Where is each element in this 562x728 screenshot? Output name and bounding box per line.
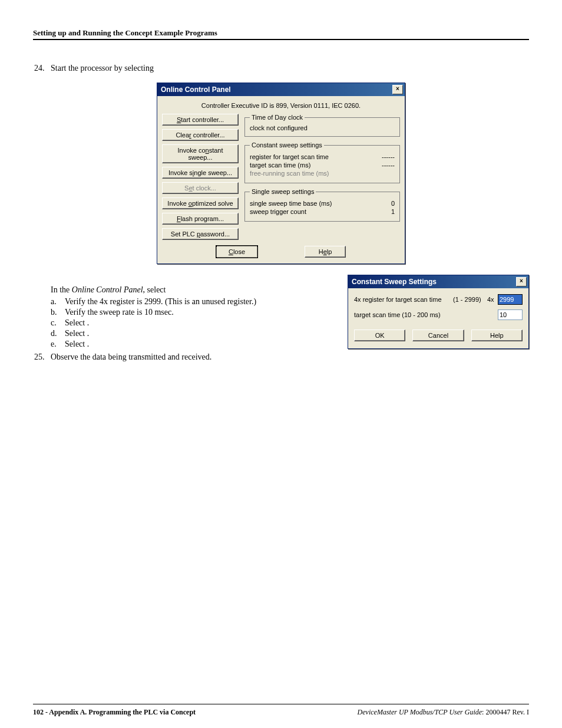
- constant-sweep-group: Constant sweep settings register for tar…: [244, 141, 400, 183]
- dialog-title: Constant Sweep Settings: [352, 278, 437, 286]
- help-button[interactable]: Help: [471, 330, 523, 341]
- start-controller-button[interactable]: Start controller...: [162, 114, 239, 126]
- set-plc-password-button[interactable]: Set PLC password...: [162, 228, 239, 240]
- step-24: 24. Start the processor by selecting: [34, 64, 529, 73]
- step-text: Observe the data being transmitted and r…: [51, 353, 336, 362]
- field-prefix: 4x: [487, 296, 498, 303]
- sub-letter: c.: [51, 318, 65, 328]
- step-number: 25.: [34, 353, 51, 362]
- sub-letter: b.: [51, 308, 65, 317]
- field-label: 4x register for target scan time: [354, 296, 453, 303]
- time-of-day-group: Time of Day clock clock not configured: [244, 114, 400, 137]
- label: target scan time (ms): [250, 162, 371, 169]
- footer-right: DeviceMaster UP Modbus/TCP User Guide: 2…: [358, 708, 529, 717]
- field-label: target scan time (10 - 200 ms): [354, 311, 453, 318]
- field-range: (1 - 2999): [453, 296, 487, 303]
- value: 1: [371, 208, 395, 215]
- sub-text: Select .: [65, 318, 300, 328]
- sub-text: Verify the sweep rate is 10 msec.: [65, 308, 300, 317]
- single-sweep-group: Single sweep settings single sweep time …: [244, 188, 400, 222]
- label: single sweep time base (ms): [250, 200, 371, 207]
- clock-status: clock not configured: [250, 124, 395, 131]
- step-number: 24.: [34, 64, 51, 73]
- sub-text: Select .: [65, 340, 300, 349]
- group-legend: Time of Day clock: [250, 114, 305, 121]
- group-legend: Single sweep settings: [250, 188, 316, 195]
- dialog-title-bar: Constant Sweep Settings ×: [348, 275, 528, 288]
- label: register for target scan time: [250, 153, 371, 160]
- close-icon[interactable]: ×: [516, 277, 527, 286]
- cancel-button[interactable]: Cancel: [412, 330, 464, 341]
- footer-left: 102 - Appendix A. Programming the PLC vi…: [33, 708, 196, 717]
- sub-letter: a.: [51, 297, 65, 307]
- sub-letter: e.: [51, 340, 65, 349]
- constant-sweep-settings-dialog: Constant Sweep Settings × 4x register fo…: [348, 275, 529, 349]
- set-clock-button: Set clock...: [162, 182, 239, 194]
- ok-button[interactable]: OK: [354, 330, 405, 341]
- controller-id-text: Controller Executive ID is 899, Version …: [162, 102, 400, 109]
- help-button[interactable]: Help: [305, 246, 346, 258]
- close-icon[interactable]: ×: [392, 85, 403, 94]
- label: free-running scan time (ms): [250, 170, 371, 177]
- register-input[interactable]: [498, 294, 523, 305]
- flash-program-button[interactable]: Flash program...: [162, 213, 239, 225]
- dialog-title: Online Control Panel: [161, 85, 231, 94]
- value: ------: [371, 162, 395, 169]
- close-button[interactable]: Close: [216, 246, 257, 258]
- dialog-title-bar: Online Control Panel ×: [157, 83, 405, 96]
- online-control-panel-dialog: Online Control Panel × Controller Execut…: [157, 83, 405, 264]
- clear-controller-button[interactable]: Clear controller...: [162, 129, 239, 141]
- sub-letter: d.: [51, 329, 65, 338]
- page-header: Setting up and Running the Concept Examp…: [33, 28, 529, 40]
- page-footer: 102 - Appendix A. Programming the PLC vi…: [33, 704, 529, 717]
- label: sweep trigger count: [250, 208, 371, 215]
- sub-text: Select .: [65, 329, 300, 338]
- instruction-intro: In the Online Control Panel, select: [51, 285, 336, 295]
- step-text: Start the processor by selecting: [51, 64, 529, 73]
- value: ------: [371, 153, 395, 160]
- invoke-optimized-solve-button[interactable]: Invoke optimized solve: [162, 197, 239, 209]
- scan-time-input[interactable]: [498, 309, 523, 320]
- value: 0: [371, 200, 395, 207]
- invoke-single-sweep-button[interactable]: Invoke single sweep...: [162, 167, 239, 179]
- sub-text: Verify the 4x register is 2999. (This is…: [65, 297, 300, 307]
- value: [371, 170, 395, 177]
- group-legend: Constant sweep settings: [250, 141, 324, 149]
- invoke-constant-sweep-button[interactable]: Invoke constant sweep...: [162, 144, 239, 163]
